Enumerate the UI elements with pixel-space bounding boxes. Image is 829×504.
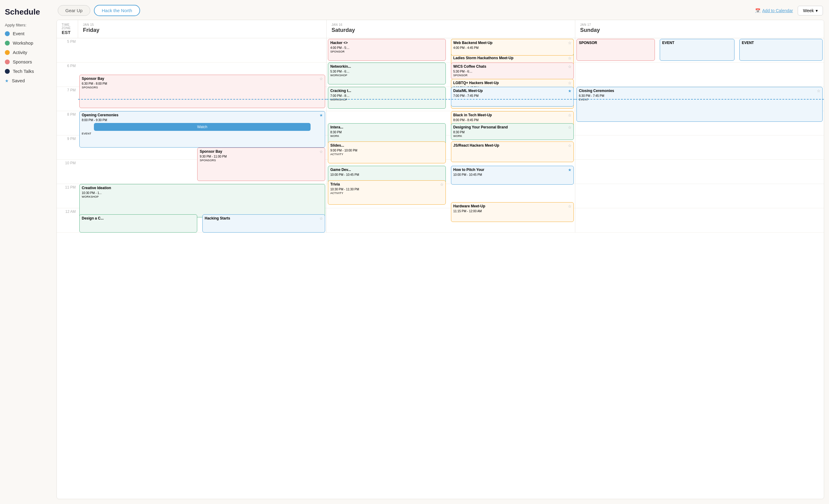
save-star-icon[interactable]: ☆ — [319, 77, 323, 81]
tab-httn[interactable]: Hack the North — [94, 5, 140, 16]
sidebar-item-saved[interactable]: ★ Saved — [5, 78, 47, 83]
add-calendar-label: Add to Calendar — [762, 8, 793, 13]
event-hacking-starts[interactable]: ☆ Hacking Starts — [203, 215, 325, 233]
event-hacker-sponsor[interactable]: Hacker <> 4:00 PM - 5:... SPONSOR — [328, 39, 446, 61]
sunday-header: JAN 17 Sunday — [575, 20, 824, 38]
week-selector-button[interactable]: Week ▾ — [798, 6, 823, 15]
sponsors-label: Sponsors — [13, 59, 32, 64]
calendar-icon: 📅 — [755, 8, 760, 13]
event-wics-coffee[interactable]: ☆ WiCS Coffee Chats 5:30 PM - 6:... SPON… — [451, 63, 574, 79]
save-star-icon[interactable]: ☆ — [568, 56, 572, 61]
sidebar-item-activity[interactable]: Activity — [5, 50, 47, 55]
week-label: Week — [803, 8, 814, 13]
friday-name: Friday — [83, 27, 322, 33]
sidebar: Schedule Apply filters: Event Workshop A… — [0, 0, 52, 504]
save-star-icon[interactable]: ☆ — [568, 113, 572, 117]
activity-label: Activity — [13, 50, 27, 55]
event-designing-brand[interactable]: ☆ Designing Your Personal Brand 8:30 PM … — [451, 123, 574, 140]
saved-star-icon: ★ — [5, 78, 9, 83]
event-sunday-event2[interactable]: EVENT — [740, 39, 823, 61]
event-cracking[interactable]: Cracking t... 7:00 PM - 8:... WORKSHOP — [328, 87, 446, 109]
save-star-icon[interactable]: ☆ — [568, 41, 572, 45]
event-jsreact[interactable]: ☆ JS/React Hackers Meet-Up — [451, 142, 574, 162]
sun-slot-11pm — [575, 184, 824, 208]
time-column: 5 PM 6 PM 7 PM 8 PM 9 PM 10 PM 11 PM 12 … — [57, 38, 78, 233]
workshop-dot — [5, 41, 10, 45]
event-creative-ideation[interactable]: Creative Ideation 10:30 PM - 1... WORKSH… — [79, 184, 325, 218]
event-opening-ceremonies[interactable]: ★ Opening Ceremonies 8:00 PM - 9:30 PM W… — [79, 111, 325, 148]
save-star-icon[interactable]: ☆ — [568, 64, 572, 69]
timeslot-9pm: 9 PM — [57, 135, 78, 160]
save-star-icon[interactable]: ☆ — [568, 125, 572, 130]
sun-slot-9pm — [575, 135, 824, 160]
friday-date: JAN 15 — [83, 23, 322, 27]
save-star-icon[interactable]: ☆ — [319, 216, 323, 221]
sat-time-indicator — [327, 99, 575, 100]
event-sunday-event1[interactable]: EVENT — [660, 39, 734, 61]
tab-gearup[interactable]: Gear Up — [58, 5, 90, 16]
event-slides[interactable]: Slides... 9:00 PM - 10:00 PM ACTIVITY — [328, 142, 446, 163]
save-star-icon[interactable]: ☆ — [568, 204, 572, 208]
saturday-date: JAN 16 — [331, 23, 570, 27]
activity-dot — [5, 50, 10, 55]
sun-slot-10pm — [575, 160, 824, 184]
calendar-header: TIME ZONE EST JAN 15 Friday JAN 16 Satur… — [57, 20, 824, 38]
page-title: Schedule — [5, 7, 47, 17]
sidebar-item-event[interactable]: Event — [5, 31, 47, 36]
save-star-icon[interactable]: ★ — [319, 113, 323, 117]
event-sponsor-bay-friday[interactable]: ☆ Sponsor Bay 6:30 PM - 8:00 PM SPONSORS — [79, 75, 325, 108]
chevron-down-icon: ▾ — [816, 8, 818, 13]
friday-slot-5pm — [78, 38, 326, 63]
event-label: Event — [13, 31, 24, 36]
calendar-container: TIME ZONE EST JAN 15 Friday JAN 16 Satur… — [57, 20, 824, 499]
current-time-indicator — [78, 99, 326, 100]
watch-button[interactable]: Watch — [94, 123, 311, 131]
workshop-label: Workshop — [13, 40, 33, 45]
timeslot-5pm: 5 PM — [57, 38, 78, 63]
sunday-column: SPONSOR EVENT EVENT ☆ Closing Ceremonies… — [575, 38, 824, 233]
add-calendar-button[interactable]: 📅 Add to Calendar — [755, 8, 793, 13]
event-networking[interactable]: Networkin... 5:30 PM - 6:... WORKSHOP — [328, 63, 446, 84]
timeslot-11pm: 11 PM — [57, 184, 78, 208]
filter-label: Apply filters: — [5, 23, 47, 27]
event-design-c[interactable]: Design a C... — [79, 215, 197, 233]
friday-column: ☆ Sponsor Bay 6:30 PM - 8:00 PM SPONSORS… — [78, 38, 327, 233]
save-star-icon[interactable]: ★ — [568, 89, 572, 93]
sidebar-item-workshop[interactable]: Workshop — [5, 40, 47, 45]
sidebar-item-sponsors[interactable]: Sponsors — [5, 59, 47, 64]
techtalks-label: Tech Talks — [13, 69, 34, 74]
timeslot-12am: 12 AM — [57, 208, 78, 233]
save-star-icon[interactable]: ☆ — [568, 81, 572, 85]
saturday-name: Saturday — [331, 27, 570, 33]
topbar-right: 📅 Add to Calendar Week ▾ — [755, 6, 823, 15]
sunday-date: JAN 17 — [580, 23, 819, 27]
timeslot-8pm: 8 PM — [57, 111, 78, 135]
save-star-icon[interactable]: ☆ — [817, 89, 821, 93]
timeslot-10pm: 10 PM — [57, 160, 78, 184]
event-closing-ceremonies[interactable]: ☆ Closing Ceremonies 6:30 PM - 7:45 PM E… — [576, 87, 823, 122]
sun-time-indicator — [575, 99, 824, 100]
save-star-icon[interactable]: ☆ — [440, 182, 444, 187]
saturday-column: Hacker <> 4:00 PM - 5:... SPONSOR Embedd… — [327, 38, 575, 233]
event-how-to-pitch[interactable]: ★ How to Pitch Your 10:00 PM - 10:45 PM — [451, 166, 574, 185]
sidebar-item-techtalks[interactable]: Tech Talks — [5, 69, 47, 74]
timezone-cell: TIME ZONE EST — [57, 20, 78, 38]
event-sponsor-bay-friday-2[interactable]: ☆ Sponsor Bay 9:30 PM - 11:00 PM SPONSOR… — [197, 148, 325, 181]
save-star-icon[interactable]: ★ — [568, 167, 572, 172]
save-star-icon[interactable]: ☆ — [319, 149, 323, 154]
saved-label: Saved — [12, 78, 25, 83]
saturday-header: JAN 16 Saturday — [327, 20, 575, 38]
sun-slot-12am — [575, 208, 824, 233]
topbar: Gear Up Hack the North 📅 Add to Calendar… — [52, 0, 829, 20]
event-trivia[interactable]: ☆ Trivia 10:30 PM - 11:30 PM ACTIVITY — [328, 180, 446, 205]
event-web-backend[interactable]: ☆ Web Backend Meet-Up 4:00 PM - 4:45 PM — [451, 39, 574, 55]
calendar-body: 5 PM 6 PM 7 PM 8 PM 9 PM 10 PM 11 PM 12 … — [57, 38, 824, 233]
main-content: Gear Up Hack the North 📅 Add to Calendar… — [52, 0, 829, 504]
timezone-value: EST — [62, 30, 73, 35]
timeslot-6pm: 6 PM — [57, 63, 78, 87]
save-star-icon[interactable]: ☆ — [568, 143, 572, 148]
event-sunday-sponsor[interactable]: SPONSOR — [576, 39, 655, 61]
event-dataml[interactable]: ★ Data/ML Meet-Up 7:00 PM - 7:45 PM — [451, 87, 574, 107]
event-dot — [5, 31, 10, 36]
event-hardware[interactable]: ☆ Hardware Meet-Up 11:15 PM - 12:00 AM — [451, 202, 574, 222]
